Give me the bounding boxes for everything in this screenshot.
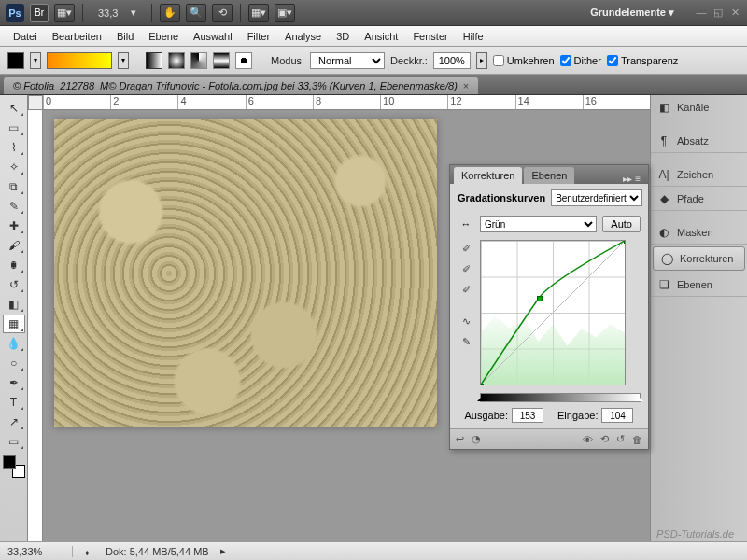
type-tool-icon[interactable]: T	[3, 393, 25, 412]
panel-collapse-icon[interactable]: ▸▸ ≡	[619, 174, 644, 184]
menu-datei[interactable]: Datei	[6, 31, 45, 42]
vertical-ruler[interactable]	[28, 110, 43, 541]
curve-pencil-icon[interactable]: ✎	[458, 333, 474, 350]
wand-tool-icon[interactable]: ✧	[3, 158, 25, 176]
horizontal-ruler[interactable]: 0246810121416	[43, 95, 650, 110]
path-select-tool-icon[interactable]: ↗	[3, 413, 25, 431]
tool-preset-dropdown[interactable]: ▾	[30, 52, 41, 69]
gradient-angle-icon[interactable]	[190, 52, 207, 69]
workspace-switcher[interactable]: Grundelemente ▾	[583, 3, 682, 22]
window-restore-icon[interactable]: ◱	[712, 7, 725, 20]
panel-absatz[interactable]: ¶Absatz	[651, 129, 747, 153]
pen-tool-icon[interactable]: ✒	[3, 373, 25, 392]
healing-tool-icon[interactable]: ✚	[3, 217, 25, 235]
curve-point-selected[interactable]	[537, 296, 543, 301]
tab-korrekturen[interactable]: Korrekturen	[454, 167, 522, 184]
crop-tool-icon[interactable]: ⧉	[3, 177, 25, 196]
menu-hilfe[interactable]: Hilfe	[456, 31, 491, 42]
close-tab-icon[interactable]: ×	[463, 80, 469, 91]
document-canvas[interactable]	[54, 119, 437, 427]
gradient-tool-icon[interactable]	[7, 52, 24, 69]
gradient-radial-icon[interactable]	[168, 52, 185, 69]
curves-auto-button[interactable]: Auto	[602, 216, 641, 232]
curves-graph[interactable]	[480, 240, 626, 385]
move-tool-icon[interactable]: ↖	[3, 99, 25, 118]
eraser-tool-icon[interactable]: ◧	[3, 295, 25, 314]
status-doc-size[interactable]: Dok: 5,44 MB/5,44 MB	[102, 546, 209, 557]
opacity-dropdown[interactable]: ▸	[476, 52, 487, 69]
brush-tool-icon[interactable]: 🖌	[3, 236, 25, 255]
gradient-preview[interactable]	[47, 52, 112, 69]
return-arrow-icon[interactable]: ↩	[456, 433, 464, 445]
ruler-origin[interactable]	[28, 95, 43, 110]
gradient-linear-icon[interactable]	[146, 52, 162, 69]
panel-ebenen[interactable]: ❏Ebenen	[651, 273, 747, 297]
zoom-level-display[interactable]: 33,3	[91, 7, 125, 19]
bridge-icon[interactable]: Br	[30, 4, 49, 22]
history-brush-tool-icon[interactable]: ↺	[3, 275, 25, 294]
photoshop-icon[interactable]: Ps	[6, 4, 24, 22]
opacity-input[interactable]	[433, 52, 471, 69]
rotate-view-shortcut[interactable]: ⟲	[212, 4, 233, 22]
menu-3d[interactable]: 3D	[329, 31, 357, 42]
targeted-adjust-icon[interactable]: ↔	[458, 218, 474, 230]
window-minimize-icon[interactable]: —	[695, 7, 708, 20]
marquee-tool-icon[interactable]: ▭	[3, 119, 25, 137]
dodge-tool-icon[interactable]: ○	[3, 354, 25, 372]
arrange-docs-dropdown[interactable]: ▦▾	[248, 4, 269, 22]
stamp-tool-icon[interactable]: ⧯	[3, 256, 25, 274]
menu-fenster[interactable]: Fenster	[405, 31, 455, 42]
menu-analyse[interactable]: Analyse	[277, 31, 329, 42]
blur-tool-icon[interactable]: 💧	[3, 334, 25, 353]
status-doc-indicator-icon[interactable]: ⬧	[84, 546, 91, 557]
previous-state-icon[interactable]: ⟲	[600, 433, 609, 445]
ausgabe-input[interactable]	[512, 408, 543, 423]
lasso-tool-icon[interactable]: ⌇	[3, 138, 25, 157]
hand-tool-shortcut[interactable]: ✋	[160, 4, 180, 22]
gradient-diamond-icon[interactable]	[235, 52, 252, 69]
menu-filter[interactable]: Filter	[240, 31, 277, 42]
curves-preset-select[interactable]: Benutzerdefiniert	[551, 189, 642, 206]
eingabe-input[interactable]	[601, 408, 633, 423]
menu-bearbeiten[interactable]: Bearbeiten	[45, 31, 109, 42]
blend-mode-select[interactable]: Normal	[310, 52, 385, 69]
shape-tool-icon[interactable]: ▭	[3, 432, 25, 451]
reset-icon[interactable]: ↺	[616, 433, 625, 445]
menu-ansicht[interactable]: Ansicht	[357, 31, 405, 42]
curve-point-highlight[interactable]	[624, 240, 626, 244]
panel-kanaele[interactable]: ◧Kanäle	[651, 95, 747, 119]
gradient-tool-icon-selected[interactable]: ▦	[3, 315, 25, 333]
eyedropper-tool-icon[interactable]: ✎	[3, 197, 25, 216]
clip-to-layer-icon[interactable]: ◔	[472, 433, 481, 445]
window-close-icon[interactable]: ✕	[728, 7, 741, 20]
panel-korrekturen[interactable]: ◯Korrekturen	[653, 246, 745, 271]
eyedropper-gray-icon[interactable]: ✐	[458, 260, 474, 277]
delete-adjustment-icon[interactable]: 🗑	[632, 434, 642, 445]
menu-bild[interactable]: Bild	[109, 31, 141, 42]
status-menu-arrow-icon[interactable]: ▸	[220, 545, 226, 557]
panel-pfade[interactable]: ◆Pfade	[651, 187, 747, 211]
umkehren-checkbox[interactable]: Umkehren	[493, 55, 555, 66]
curve-smooth-icon[interactable]: ∿	[458, 313, 474, 329]
screen-mode-dropdown[interactable]: ▣▾	[275, 4, 295, 22]
gradient-picker-dropdown[interactable]: ▾	[118, 52, 129, 69]
document-tab[interactable]: © Fotolia_212788_M© Dragan Trifunovic - …	[4, 77, 478, 94]
menu-ebene[interactable]: Ebene	[141, 31, 186, 42]
panel-masken[interactable]: ◐Masken	[651, 220, 747, 245]
zoom-tool-shortcut[interactable]: 🔍	[186, 4, 206, 22]
visibility-icon[interactable]: 👁	[583, 434, 593, 445]
tab-ebenen[interactable]: Ebenen	[524, 167, 574, 184]
curve-point-shadow[interactable]	[480, 384, 484, 385]
gradient-reflected-icon[interactable]	[213, 52, 230, 69]
dither-checkbox[interactable]: Dither	[560, 55, 601, 66]
foreground-background-colors[interactable]	[3, 455, 25, 478]
menu-auswahl[interactable]: Auswahl	[186, 31, 240, 42]
transparenz-checkbox[interactable]: Transparenz	[607, 55, 678, 66]
panel-zeichen[interactable]: A|Zeichen	[651, 162, 747, 187]
layout-dropdown[interactable]: ▦▾	[54, 4, 75, 22]
input-gradient-strip[interactable]	[480, 393, 641, 402]
status-zoom[interactable]: 33,33%	[7, 546, 73, 557]
curves-channel-select[interactable]: Grün	[480, 216, 597, 232]
eyedropper-black-icon[interactable]: ✐	[458, 240, 474, 257]
eyedropper-white-icon[interactable]: ✐	[458, 281, 474, 298]
